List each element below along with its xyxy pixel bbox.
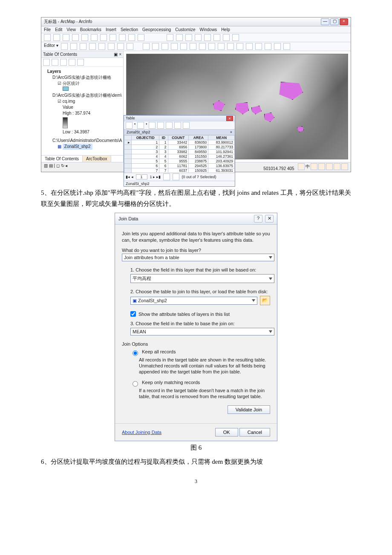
rotate-icon[interactable] [108, 43, 115, 50]
fixed-zoom-in-icon[interactable] [180, 43, 187, 50]
ime-option-icon[interactable] [311, 163, 317, 170]
undo-icon[interactable] [119, 34, 126, 41]
new-icon[interactable] [44, 34, 51, 41]
toc-options-icon[interactable] [77, 59, 84, 66]
attr-tab-close-icon[interactable]: × [230, 130, 232, 134]
toc-layers-root[interactable]: Layers [47, 69, 61, 74]
attr-grid[interactable]: OBJECTID ID COUNT AREA MEAN ▸11334428360… [124, 135, 235, 173]
validate-join-button[interactable]: Validate Join [228, 405, 270, 414]
fixed-zoom-out-icon[interactable] [190, 43, 196, 50]
html-popup-icon[interactable] [283, 43, 290, 50]
attr-show-all-icon[interactable] [163, 173, 170, 180]
attr-nav-first-icon[interactable]: ▮◂ ◂ [126, 175, 133, 179]
modelbuilder-icon[interactable] [223, 34, 230, 41]
hyperlink-icon[interactable] [274, 43, 281, 50]
python-icon[interactable] [213, 34, 220, 41]
attr-select-by-attributes-icon[interactable] [149, 122, 156, 129]
menu-view[interactable]: View [66, 27, 76, 32]
toc-pin-icon[interactable]: ▣ [114, 52, 118, 57]
open-icon[interactable] [53, 34, 60, 41]
identify-icon[interactable] [246, 43, 253, 50]
toc-group-3[interactable]: C:\Users\Administrator\Documents\A [44, 138, 121, 144]
sketch-icon[interactable] [127, 43, 133, 50]
toc-list-by-source-icon[interactable] [52, 59, 58, 66]
menu-customize[interactable]: Customize [175, 27, 195, 32]
save-icon[interactable] [63, 34, 69, 41]
col-mean[interactable]: MEAN [208, 136, 235, 140]
menu-bookmarks[interactable]: Bookmarks [80, 27, 101, 32]
find-icon[interactable] [255, 43, 262, 50]
toc-close-icon[interactable]: × [119, 52, 121, 57]
help-button[interactable]: ? [254, 215, 262, 223]
toc-tab-toolbox[interactable]: ArcToolbox [83, 156, 111, 162]
toc-raster-layer[interactable]: cq.img [63, 99, 75, 104]
reshape-icon[interactable] [80, 43, 86, 50]
clear-selection-icon[interactable] [227, 43, 234, 50]
zoom-out-icon[interactable] [152, 43, 159, 50]
ime-option-icon[interactable] [341, 163, 348, 170]
toc-list-by-visibility-icon[interactable] [60, 59, 67, 66]
ime-icon[interactable] [298, 163, 305, 170]
view-mode-icons[interactable]: ▥ ▤ | ◻ ↻ ◂ [44, 163, 68, 171]
select-elements-icon[interactable] [236, 43, 243, 50]
menu-geoprocessing[interactable]: Geoprocessing [142, 27, 171, 32]
ime-option-icon[interactable] [334, 163, 340, 170]
ime-option-icon[interactable] [318, 163, 325, 170]
scale-icon[interactable] [167, 34, 173, 41]
cancel-button[interactable]: Cancel [239, 428, 270, 436]
maximize-button[interactable]: ▢ [330, 18, 339, 25]
menu-selection[interactable]: Selection [121, 27, 138, 32]
ok-button[interactable]: OK [215, 428, 238, 436]
toc-group-2[interactable]: D:\ArcGIS实验\多边形统计栅格\dem\ [44, 92, 121, 98]
toc-tab-contents[interactable]: Table Of Contents [41, 156, 83, 162]
edit-vertices-icon[interactable] [70, 43, 77, 50]
attr-show-selected-icon[interactable] [173, 173, 179, 180]
select-features-icon[interactable] [218, 43, 225, 50]
attr-table-options-icon[interactable] [126, 122, 133, 129]
attr-clear-selection-icon[interactable] [166, 122, 173, 129]
attr-foot-tab[interactable]: ZonalSt_shp2 [126, 182, 150, 186]
join-table-select[interactable]: ▣ ZonalSt_shp2 [130, 297, 257, 305]
attr-close-icon[interactable]: × [226, 116, 233, 121]
full-extent-icon[interactable] [171, 43, 178, 50]
attr-delete-selected-icon[interactable] [183, 122, 190, 129]
attr-record-number[interactable]: 1 [136, 174, 147, 179]
close-button[interactable]: ✕ [265, 215, 274, 223]
toc-group-1[interactable]: D:\ArcGIS实验\多边形统计栅格 [44, 75, 121, 81]
join-type-select[interactable]: Join attributes from a table [122, 254, 274, 261]
col-area[interactable]: AREA [189, 136, 208, 140]
delete-icon[interactable] [110, 34, 116, 41]
redo-icon[interactable] [128, 34, 135, 41]
attr-zoom-selected-icon[interactable] [174, 122, 181, 129]
layer-field-select[interactable]: 平均高程 [130, 274, 274, 283]
toc-list-by-selection-icon[interactable] [69, 59, 75, 66]
pan-icon[interactable] [161, 43, 168, 50]
copy-icon[interactable] [91, 34, 98, 41]
ime-option-icon[interactable] [326, 163, 333, 170]
cut-polygons-icon[interactable] [89, 43, 96, 50]
print-icon[interactable] [72, 34, 79, 41]
browse-table-button[interactable]: 📂 [260, 296, 270, 305]
toc-list-by-drawing-icon[interactable] [43, 59, 50, 66]
editor-toolbar-icon[interactable] [176, 34, 183, 41]
map-canvas[interactable]: Table × • • Zonal [124, 51, 351, 162]
toc-layer-zonal[interactable]: 分区统计 [63, 81, 80, 86]
add-data-icon[interactable] [138, 34, 144, 41]
split-icon[interactable] [98, 43, 105, 50]
toolbox-icon[interactable] [185, 34, 192, 41]
attr-related-tables-icon[interactable] [137, 122, 144, 129]
measure-icon[interactable] [265, 43, 271, 50]
minimize-button[interactable]: — [321, 18, 329, 25]
toc-selected-table[interactable]: ZonalSt_shp2 [63, 144, 92, 150]
ime-bar[interactable]: 中 [298, 163, 348, 170]
search-icon[interactable] [204, 34, 211, 41]
edit-tool-icon[interactable] [61, 43, 68, 50]
keep-all-radio[interactable] [133, 350, 138, 356]
menu-file[interactable]: File [44, 27, 51, 32]
menu-help[interactable]: Help [221, 27, 230, 32]
attr-switch-selection-icon[interactable] [157, 122, 164, 129]
col-id[interactable]: ID [159, 136, 168, 140]
col-objectid[interactable]: OBJECTID [132, 136, 159, 140]
cut-icon[interactable] [81, 34, 88, 41]
about-joining-link[interactable]: About Joining Data [122, 430, 161, 435]
